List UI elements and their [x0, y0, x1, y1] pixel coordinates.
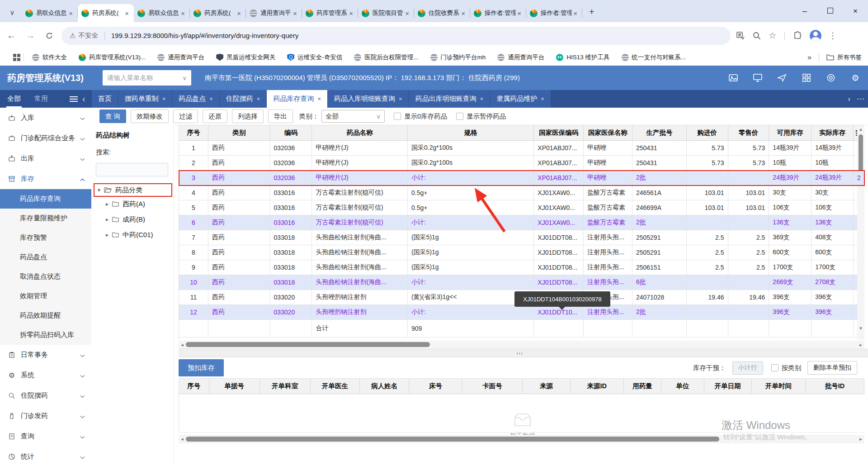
column-header-来源[interactable]: 来源 [523, 379, 570, 394]
column-header-批号ID[interactable]: 批号ID [806, 379, 864, 394]
tree-root-node[interactable]: ▾ 药品分类 [94, 184, 172, 196]
tab-close-icon[interactable]: × [236, 10, 242, 17]
inventory-hscrollbar[interactable]: ◂ ▸ [179, 341, 864, 349]
tree-node-西药(A)[interactable]: ▸西药(A) [106, 196, 173, 212]
tab-close-icon[interactable]: × [67, 10, 74, 17]
column-header-床号[interactable]: 床号 [409, 379, 462, 394]
sidebar-item-住院摆药[interactable]: 住院摆药 [0, 385, 91, 406]
column-header-来源ID[interactable]: 来源ID [571, 379, 624, 394]
column-header-类别[interactable]: 类别 [208, 125, 270, 141]
table-row[interactable]: 5西药033016万古霉素注射剂(稳可信)0.5g+XJ01XAW0...盐酸万… [179, 200, 864, 215]
page-tab-close-icon[interactable]: × [257, 95, 260, 102]
reload-button[interactable] [42, 28, 57, 43]
browser-tab[interactable]: 操作者:管理× [526, 4, 582, 22]
browser-menu-icon[interactable]: ⋮ [829, 31, 837, 41]
scroll-left-arrow[interactable]: ◂ [179, 436, 186, 442]
scroll-up-arrow[interactable]: ▴ [857, 126, 864, 132]
bookmark-item[interactable]: HIS13 维护工具 [556, 53, 609, 62]
sidebar-item-系统[interactable]: ⚙系统 [0, 365, 91, 385]
page-tab[interactable]: 药品盘点× [172, 90, 219, 108]
camera-icon[interactable] [826, 72, 836, 83]
column-header-开单科室[interactable]: 开单科室 [260, 379, 311, 394]
url-field[interactable]: ⚠不安全 199.9.129.29:8000/his-yf/app/#/inve… [61, 27, 731, 45]
settings-gear-icon[interactable]: ⚙ [850, 72, 861, 83]
sidebar-item-出库[interactable]: 出库 [0, 148, 91, 169]
导出-button[interactable]: 导出 [268, 109, 293, 123]
browser-tab[interactable]: 医院项目管× [358, 4, 414, 22]
column-header-零售价[interactable]: 零售价 [728, 125, 769, 141]
table-row[interactable]: 1西药032036甲硝唑片(J)国采0.2g*100sXP01ABJ07...甲… [179, 141, 864, 156]
column-header-规格[interactable]: 规格 [408, 125, 534, 141]
subtotal-row[interactable]: 3西药032036甲硝唑片(J)小计:XP01ABJ07...甲硝唑2批24瓶3… [179, 171, 864, 185]
bookmark-item[interactable]: 医院后台权限管理... [354, 53, 418, 62]
new-tab-button[interactable]: + [585, 5, 599, 19]
zoom-icon[interactable] [752, 31, 761, 40]
sidebar-tab-all[interactable]: 全部 [1, 90, 27, 108]
bookmark-item[interactable]: 通用查询平台 [157, 53, 204, 62]
column-header-病人姓名[interactable]: 病人姓名 [360, 379, 409, 394]
tab-close-icon[interactable]: × [404, 10, 410, 17]
delete-reserve-button[interactable]: 删除本单预扣 [807, 361, 857, 375]
reserve-stock-button[interactable]: 预扣库存 [179, 359, 224, 376]
menu-search-select[interactable]: 请输入菜单名称 ∨ [103, 70, 191, 86]
bookmark-item[interactable]: 门诊预约平台mh [430, 53, 486, 62]
page-tab-close-icon[interactable]: × [209, 95, 213, 102]
column-header-可用库存[interactable]: 可用库存 [769, 125, 811, 141]
send-icon[interactable] [777, 72, 788, 83]
column-header-卡面号[interactable]: 卡面号 [462, 379, 523, 394]
tab-close-icon[interactable]: × [123, 10, 130, 17]
subtotal-row-button[interactable]: 小计行 [732, 361, 763, 375]
sidebar-subitem-药品效期提醒[interactable]: 药品效期提醒 [0, 306, 91, 325]
table-row[interactable]: 8西药033018头孢曲松钠注射剂(海曲...(国采5)1gXJ01DDT08.… [179, 245, 864, 260]
forward-button[interactable]: → [23, 28, 38, 43]
tab-close-icon[interactable]: × [572, 10, 579, 17]
column-header-单据号[interactable]: 单据号 [209, 379, 260, 394]
sidebar-item-门诊配药综合业务[interactable]: 门诊配药综合业务 [0, 128, 91, 148]
sidebar-subitem-拆零药品扫码入库[interactable]: 拆零药品扫码入库 [0, 325, 91, 345]
tab-search-button[interactable]: ∨ [5, 5, 20, 20]
bookmark-item[interactable]: 药库管理系统(V13)... [79, 53, 146, 62]
monitor-icon[interactable] [752, 72, 763, 83]
browser-tab[interactable]: 操作者:管理× [470, 4, 526, 22]
scroll-left-arrow[interactable]: ◂ [179, 342, 186, 348]
page-tab[interactable]: 隶属药品维护× [490, 90, 551, 108]
sidebar-subitem-效期管理[interactable]: 效期管理 [0, 286, 91, 306]
column-header-序号[interactable]: 序号 [179, 125, 208, 141]
bookmark-item[interactable]: 软件大全 [32, 53, 67, 62]
category-select[interactable]: 全部 ∨ [321, 110, 385, 123]
sidebar-item-统计[interactable]: 统计 [0, 447, 91, 466]
browser-tab[interactable]: 易联众信息× [22, 4, 78, 22]
sidebar-item-查询[interactable]: 查询 [0, 426, 91, 447]
bookmark-item[interactable]: Q运维安全-奇安信 [287, 53, 342, 62]
sidebar-subitem-药品库存查询[interactable]: 药品库存查询 [0, 189, 91, 209]
tree-closed-icon[interactable]: ▸ [106, 232, 108, 238]
tabs-scroll-left-icon[interactable]: ‹ [78, 90, 90, 108]
browser-tab[interactable]: 药房系统(× [78, 4, 134, 22]
table-row[interactable]: 4西药033016万古霉素注射剂(稳可信)0.5g+XJ01XAW0...盐酸万… [179, 185, 864, 200]
page-tab[interactable]: 药品库存查询× [267, 90, 327, 108]
menu-collapse-icon[interactable] [70, 95, 78, 103]
column-header-用药量[interactable]: 用药量 [624, 379, 661, 394]
bookmarks-overflow-icon[interactable]: » [807, 53, 811, 62]
column-header-国家医保编码[interactable]: 国家医保编码 [534, 125, 584, 141]
column-header-药品名称[interactable]: 药品名称 [312, 125, 408, 141]
column-header-开单时间[interactable]: 开单时间 [752, 379, 806, 394]
sidebar-subitem-药品盘点[interactable]: 药品盘点 [0, 247, 91, 267]
column-header-购进价[interactable]: 购进价 [687, 125, 728, 141]
browser-tab[interactable]: 药库管理系× [302, 4, 358, 22]
extensions-icon[interactable] [793, 31, 802, 40]
by-category-checkbox[interactable] [771, 364, 778, 371]
security-status[interactable]: ⚠不安全 [70, 31, 98, 40]
page-tab-close-icon[interactable]: × [399, 95, 402, 102]
scroll-right-arrow[interactable]: ▸ [857, 342, 864, 348]
panel-splitter[interactable] [179, 349, 868, 357]
page-tab-close-icon[interactable]: × [541, 95, 544, 102]
tab-close-icon[interactable]: × [348, 10, 354, 17]
checkbox[interactable] [456, 113, 463, 120]
column-header-编码[interactable]: 编码 [270, 125, 312, 141]
scroll-down-arrow[interactable]: ▾ [857, 325, 864, 331]
page-tab[interactable]: 药品入库明细账查询× [328, 90, 409, 108]
tabs-scroll-right-icon[interactable]: › [848, 95, 850, 104]
browser-tab[interactable]: 药房系统(× [190, 4, 246, 22]
sidebar-subitem-库存预警[interactable]: 库存预警 [0, 228, 91, 247]
